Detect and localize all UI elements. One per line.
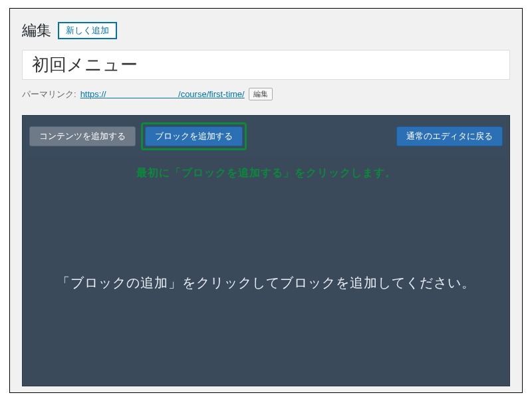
add-content-button[interactable]: コンテンツを追加する xyxy=(29,126,136,146)
post-title-input[interactable] xyxy=(22,50,510,80)
highlight-annotation-box: ブロックを追加する xyxy=(141,122,247,150)
back-to-normal-editor-button[interactable]: 通常のエディタに戻る xyxy=(396,126,503,146)
permalink-suffix: /course/first-time/ xyxy=(178,89,245,99)
permalink-link[interactable]: https:// /course/first-time/ xyxy=(80,89,245,99)
page-heading: 編集 xyxy=(22,21,51,41)
editor-toolbar: コンテンツを追加する ブロックを追加する 通常のエディタに戻る xyxy=(23,116,509,157)
editor-body: 「ブロックの追加」をクリックしてブロックを追加してください。 xyxy=(23,180,509,386)
permalink-gap xyxy=(106,89,178,99)
editor-placeholder-text: 「ブロックの追加」をクリックしてブロックを追加してください。 xyxy=(57,274,475,292)
permalink-row: パーマリンク: https:// /course/first-time/ 編集 xyxy=(22,88,510,100)
block-editor: コンテンツを追加する ブロックを追加する 通常のエディタに戻る 最初に「ブロック… xyxy=(22,115,510,386)
permalink-label: パーマリンク: xyxy=(22,88,76,100)
add-block-button[interactable]: ブロックを追加する xyxy=(145,126,243,146)
permalink-prefix: https:// xyxy=(80,89,106,99)
permalink-edit-button[interactable]: 編集 xyxy=(249,88,273,100)
add-new-button[interactable]: 新しく追加 xyxy=(58,22,117,39)
instruction-annotation: 最初に「ブロックを追加する」をクリックします。 xyxy=(23,157,509,180)
